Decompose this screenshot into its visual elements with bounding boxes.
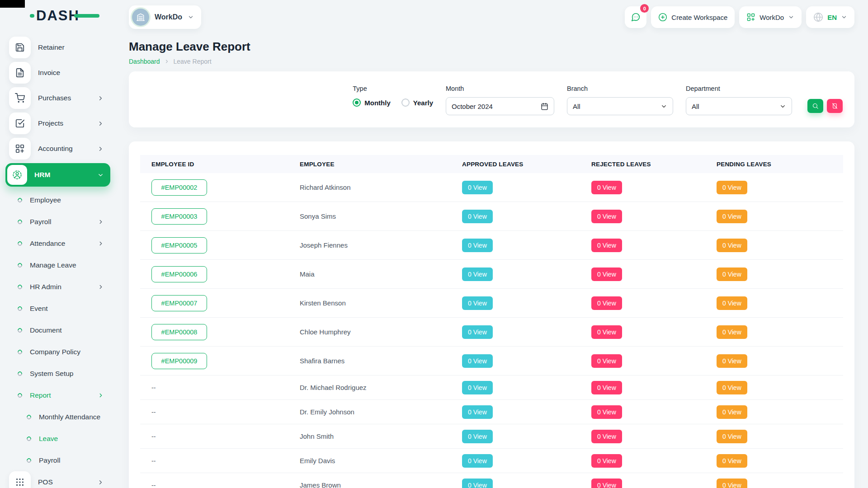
pending-leaves-view-badge[interactable]: 0 View (717, 239, 747, 252)
sidebar-item-attendance[interactable]: Attendance (5, 233, 110, 254)
table-row: -- John Smith 0 View 0 View 0 View (140, 424, 843, 449)
breadcrumb-current: Leave Report (174, 58, 212, 65)
chevron-right-icon (97, 145, 104, 152)
type-radio-yearly[interactable]: Yearly (401, 99, 433, 107)
employee-id-button[interactable]: #EMP00008 (151, 324, 207, 340)
pending-leaves-view-badge[interactable]: 0 View (717, 454, 747, 468)
approved-leaves-view-badge[interactable]: 0 View (462, 479, 493, 488)
table-row: #EMP00002 Richard Atkinson 0 View 0 View… (140, 173, 843, 202)
sidebar-item-report[interactable]: Report (5, 385, 110, 406)
branch-filter: Branch All (567, 85, 673, 127)
sidebar-item-system-setup[interactable]: System Setup (5, 363, 110, 385)
workspace-selector[interactable]: WorkDo (129, 5, 201, 29)
rejected-leaves-view-badge[interactable]: 0 View (591, 210, 622, 223)
sidebar-item-invoice[interactable]: Invoice (5, 62, 110, 84)
approved-leaves-view-badge[interactable]: 0 View (462, 267, 493, 281)
rejected-leaves-view-badge[interactable]: 0 View (591, 239, 622, 252)
search-button[interactable] (807, 99, 823, 113)
sidebar-item-hr-admin[interactable]: HR Admin (5, 276, 110, 298)
pending-leaves-view-badge[interactable]: 0 View (717, 479, 747, 488)
page-title: Manage Leave Report (129, 40, 854, 54)
sidebar-item-manage-leave[interactable]: Manage Leave (5, 254, 110, 276)
rejected-leaves-view-badge[interactable]: 0 View (591, 354, 622, 368)
table-body: #EMP00002 Richard Atkinson 0 View 0 View… (140, 173, 843, 488)
rejected-leaves-view-badge[interactable]: 0 View (591, 181, 622, 194)
pending-leaves-view-badge[interactable]: 0 View (717, 354, 747, 368)
sidebar-item-pos[interactable]: POS (5, 471, 110, 488)
pending-leaves-view-badge[interactable]: 0 View (717, 405, 747, 419)
language-selector[interactable]: EN (806, 6, 854, 28)
table-row: -- Dr. Emily Johnson 0 View 0 View 0 Vie… (140, 400, 843, 424)
sidebar-item-event[interactable]: Event (5, 298, 110, 319)
month-date-input[interactable]: October 2024 (446, 97, 554, 115)
pending-leaves-view-badge[interactable]: 0 View (717, 267, 747, 281)
building-icon (136, 13, 145, 22)
sidebar-item-hrm[interactable]: HRM (5, 163, 110, 187)
chat-bubble-icon (631, 12, 641, 22)
pending-leaves-view-badge[interactable]: 0 View (717, 296, 747, 310)
bullet-icon (17, 349, 23, 355)
approved-leaves-view-badge[interactable]: 0 View (462, 239, 493, 252)
pending-leaves-view-badge[interactable]: 0 View (717, 210, 747, 223)
grid-plus-icon (15, 144, 25, 154)
sidebar-item-company-policy[interactable]: Company Policy (5, 341, 110, 363)
create-workspace-button[interactable]: Create Workspace (651, 6, 735, 28)
pending-leaves-view-badge[interactable]: 0 View (717, 381, 747, 394)
app-logo[interactable]: DASH (36, 8, 80, 24)
chevron-right-icon (98, 240, 104, 247)
app-switcher-button[interactable]: WorkDo (739, 6, 802, 28)
pos-icon (15, 477, 25, 487)
chevron-down-icon (788, 14, 794, 20)
approved-leaves-view-badge[interactable]: 0 View (462, 296, 493, 310)
pending-leaves-view-badge[interactable]: 0 View (717, 181, 747, 194)
employee-name: Dr. Michael Rodriguez (300, 384, 367, 391)
sidebar-item-leave[interactable]: Leave (5, 428, 110, 450)
approved-leaves-view-badge[interactable]: 0 View (462, 354, 493, 368)
rejected-leaves-view-badge[interactable]: 0 View (591, 454, 622, 468)
breadcrumb-dashboard-link[interactable]: Dashboard (129, 58, 160, 65)
pending-leaves-view-badge[interactable]: 0 View (717, 430, 747, 443)
sidebar-item-employee[interactable]: Employee (5, 189, 110, 211)
sidebar-item-payroll[interactable]: Payroll (5, 450, 110, 471)
messages-button[interactable]: 0 (625, 6, 646, 28)
sidebar-item-payroll[interactable]: Payroll (5, 211, 110, 233)
rejected-leaves-view-badge[interactable]: 0 View (591, 405, 622, 419)
approved-leaves-view-badge[interactable]: 0 View (462, 454, 493, 468)
sidebar-item-projects[interactable]: Projects (5, 113, 110, 134)
approved-leaves-view-badge[interactable]: 0 View (462, 430, 493, 443)
employee-id-button[interactable]: #EMP00005 (151, 237, 207, 253)
rejected-leaves-view-badge[interactable]: 0 View (591, 325, 622, 339)
approved-leaves-view-badge[interactable]: 0 View (462, 181, 493, 194)
branch-select[interactable]: All (567, 97, 673, 115)
messages-count-badge: 0 (640, 4, 649, 13)
bullet-icon (17, 305, 23, 312)
employee-id-button[interactable]: #EMP00009 (151, 353, 207, 369)
sidebar-item-retainer[interactable]: Retainer (5, 37, 110, 58)
rejected-leaves-view-badge[interactable]: 0 View (591, 296, 622, 310)
department-select[interactable]: All (686, 97, 792, 115)
rejected-leaves-view-badge[interactable]: 0 View (591, 430, 622, 443)
employee-id-button[interactable]: #EMP00007 (151, 295, 207, 311)
approved-leaves-view-badge[interactable]: 0 View (462, 381, 493, 394)
sidebar-item-document[interactable]: Document (5, 319, 110, 341)
sidebar-item-accounting[interactable]: Accounting (5, 138, 110, 160)
sidebar-item-purchases[interactable]: Purchases (5, 87, 110, 109)
chevron-right-icon (164, 59, 170, 64)
column-header: EMPLOYEE (300, 161, 462, 168)
sidebar-item-monthly-attendance[interactable]: Monthly Attendance (5, 406, 110, 428)
employee-id-button[interactable]: #EMP00006 (151, 266, 207, 282)
employee-id-button[interactable]: #EMP00003 (151, 208, 207, 225)
chevron-down-icon (97, 172, 104, 178)
pending-leaves-view-badge[interactable]: 0 View (717, 325, 747, 339)
type-options: Monthly Yearly (353, 99, 433, 107)
type-radio-monthly[interactable]: Monthly (353, 99, 391, 107)
rejected-leaves-view-badge[interactable]: 0 View (591, 479, 622, 488)
rejected-leaves-view-badge[interactable]: 0 View (591, 381, 622, 394)
rejected-leaves-view-badge[interactable]: 0 View (591, 267, 622, 281)
approved-leaves-view-badge[interactable]: 0 View (462, 210, 493, 223)
approved-leaves-view-badge[interactable]: 0 View (462, 325, 493, 339)
save-icon (15, 42, 25, 52)
reset-filter-button[interactable] (827, 99, 843, 113)
employee-id-button[interactable]: #EMP00002 (151, 179, 207, 196)
approved-leaves-view-badge[interactable]: 0 View (462, 405, 493, 419)
